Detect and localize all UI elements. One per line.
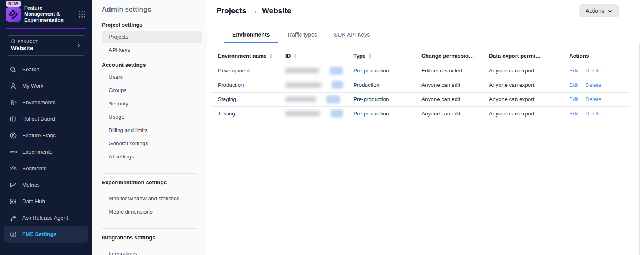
settings-item-api-keys[interactable]: API keys (102, 44, 202, 56)
environment-id-redacted (285, 68, 319, 73)
data-export-permissions-cell: Anyone can export (482, 92, 562, 107)
action-separator: | (581, 111, 583, 117)
people-group-icon (10, 165, 17, 172)
environments-table: Environment name ID Type Change permissi… (211, 48, 630, 121)
column-header-data-export-permissions[interactable]: Data export permi… (482, 48, 562, 64)
edit-link[interactable]: Edit (569, 82, 578, 88)
board-columns-icon (10, 115, 17, 123)
type-cell: Pre-production (346, 64, 414, 78)
group-heading-project-settings: Project settings (102, 22, 202, 28)
apps-grid-icon[interactable] (78, 10, 86, 19)
action-separator: | (581, 68, 583, 74)
group-heading-account-settings: Account settings (102, 62, 202, 68)
chevron-down-icon (608, 10, 612, 12)
column-header-type[interactable]: Type (346, 48, 414, 64)
divider (102, 228, 197, 229)
type-cell: Pre-production (346, 92, 414, 107)
settings-item-groups[interactable]: Groups (102, 84, 202, 97)
sidebar-item-label: Environments (22, 99, 56, 105)
copy-id-chip-redacted[interactable] (330, 67, 343, 75)
environment-name-cell: Testing (211, 107, 278, 121)
sidebar-item-metrics[interactable]: Metrics (4, 177, 88, 193)
settings-item-billing-and-limits[interactable]: Billing and limits (102, 124, 202, 136)
sidebar-item-segments[interactable]: Segments (4, 160, 88, 177)
settings-item-usage[interactable]: Usage (102, 111, 202, 123)
main-content: Projects → Website Actions Environments … (207, 0, 644, 255)
sidebar-item-label: Search (22, 66, 39, 72)
sidebar-item-label: Data Hub (22, 198, 45, 204)
table-row: Development Pre-production Editors restr… (211, 64, 630, 78)
column-header-change-permissions[interactable]: Change permissio… (414, 48, 482, 64)
delete-link[interactable]: Delete (586, 96, 601, 102)
sidebar-item-feature-flags[interactable]: Feature Flags (4, 127, 88, 144)
sidebar-item-data-hub[interactable]: Data Hub (4, 193, 88, 210)
sort-icon[interactable] (368, 53, 372, 58)
tab-bar: Environments Traffic types SDK API Keys (224, 28, 626, 43)
delete-link[interactable]: Delete (586, 82, 601, 88)
edit-link[interactable]: Edit (569, 111, 578, 117)
action-separator: | (581, 96, 583, 102)
sidebar-item-fme-settings[interactable]: FME Settings (4, 226, 88, 243)
sidebar-item-rollout-board[interactable]: Rollout Board (4, 111, 88, 127)
settings-item-projects[interactable]: Projects (102, 31, 202, 43)
sidebar-item-label: Segments (22, 165, 47, 171)
scrollbar-track[interactable] (639, 43, 640, 255)
environment-id-redacted (285, 97, 316, 102)
project-selector[interactable]: PROJECT Website (6, 35, 86, 56)
sidebar-item-environments[interactable]: Environments (4, 94, 88, 111)
breadcrumb: Projects → Website (216, 6, 291, 15)
edit-link[interactable]: Edit (569, 96, 578, 102)
copy-id-chip-redacted[interactable] (332, 81, 343, 89)
sidebar-item-search[interactable]: Search (4, 61, 88, 78)
table-row: Testing Pre-production Anyone can edit A… (211, 107, 630, 121)
change-permissions-cell: Anyone can edit (414, 107, 482, 121)
breadcrumb-parent[interactable]: Projects (216, 6, 246, 15)
product-logo-icon (6, 7, 21, 22)
brand-header: NEW Feature Management & Experimentation (0, 0, 92, 25)
settings-item-ai-settings[interactable]: AI settings (102, 151, 202, 163)
sidebar-item-label: Rollout Board (22, 116, 55, 122)
tab-sdk-api-keys[interactable]: SDK API Keys (326, 28, 378, 43)
admin-settings-panel: Admin settings Project settings Projects… (92, 0, 207, 255)
settings-item-security[interactable]: Security (102, 98, 202, 110)
project-label: PROJECT (18, 39, 38, 43)
column-header-id[interactable]: ID (278, 48, 346, 64)
column-header-actions: Actions (562, 48, 630, 64)
accent-divider (6, 28, 86, 29)
breadcrumb-arrow-icon: → (250, 6, 258, 15)
sort-icon[interactable] (269, 53, 273, 58)
data-export-permissions-cell: Anyone can export (482, 107, 562, 121)
tab-environments[interactable]: Environments (224, 28, 278, 43)
tab-traffic-types[interactable]: Traffic types (278, 28, 325, 43)
actions-button-label: Actions (586, 8, 604, 14)
column-header-environment-name[interactable]: Environment name (211, 48, 278, 64)
group-heading-experimentation-settings: Experimentation settings (102, 179, 202, 185)
settings-item-users[interactable]: Users (102, 71, 202, 83)
environment-id-redacted (285, 82, 321, 88)
type-cell: Pre-production (346, 107, 414, 121)
sidebar-nav: Search My Work Environments Rollout Boar… (4, 61, 88, 243)
actions-button[interactable]: Actions (579, 4, 619, 17)
copy-id-chip-redacted[interactable] (330, 109, 343, 117)
divider (102, 173, 197, 174)
group-heading-integrations-settings: Integrations settings (102, 234, 202, 241)
sort-icon[interactable] (293, 53, 297, 58)
settings-item-general-settings[interactable]: General settings (102, 138, 202, 150)
breadcrumb-current: Website (262, 6, 291, 15)
settings-item-monitor-window[interactable]: Monitor window and statistics (102, 193, 202, 205)
new-badge: NEW (6, 1, 21, 7)
type-cell: Production (346, 78, 414, 93)
sidebar-item-experiments[interactable]: Experiments (4, 144, 88, 160)
settings-item-metric-dimensions[interactable]: Metric dimensions (102, 206, 202, 218)
edit-link[interactable]: Edit (569, 68, 578, 74)
sidebar-item-ask-release-agent[interactable]: Ask Release Agent (4, 210, 88, 226)
table-row: Staging Pre-production Anyone can edit A… (211, 92, 630, 107)
settings-item-integrations[interactable]: Integrations (102, 248, 202, 255)
delete-link[interactable]: Delete (586, 111, 601, 117)
environment-id-redacted (285, 111, 320, 116)
delete-link[interactable]: Delete (586, 68, 601, 74)
environment-name-cell: Production (211, 78, 278, 93)
environment-name-cell: Staging (211, 92, 278, 107)
sidebar-item-my-work[interactable]: My Work (4, 78, 88, 94)
copy-id-chip-redacted[interactable] (326, 95, 340, 103)
